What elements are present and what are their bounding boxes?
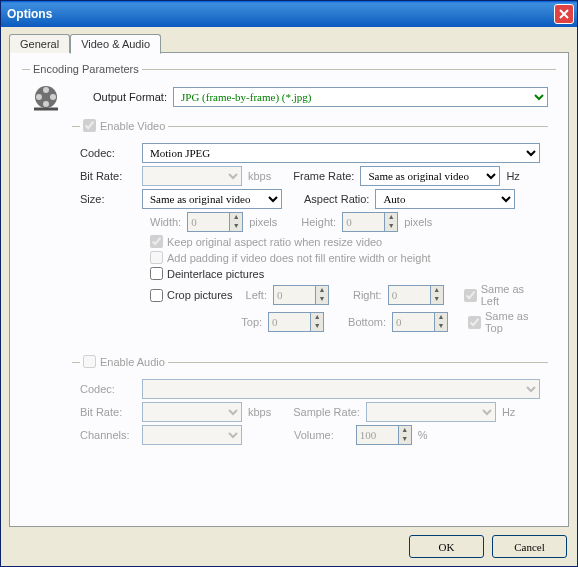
crop-bottom-spinner: ▲▼ [392,312,448,332]
add-padding-checkbox [150,251,163,264]
svg-point-1 [43,87,49,93]
tab-general[interactable]: General [9,34,70,53]
audio-legend: Enable Audio [80,355,168,370]
close-button[interactable] [554,4,574,24]
dialog-buttons: OK Cancel [9,527,569,558]
encoding-legend: Encoding Parameters [30,63,142,75]
audio-bitrate-label: Bit Rate: [80,406,136,418]
crop-left-spinner: ▲▼ [273,285,329,305]
enable-audio-checkbox [83,355,96,368]
height-spinner: ▲▼ [342,212,398,232]
client-area: General Video & Audio Encoding Parameter… [1,27,577,566]
window-title: Options [7,7,52,21]
size-select[interactable]: Same as original video [142,189,282,209]
aspect-select[interactable]: Auto [375,189,515,209]
bitrate-label: Bit Rate: [80,170,136,182]
cancel-button[interactable]: Cancel [492,535,567,558]
deinterlace-checkbox[interactable] [150,267,163,280]
samplerate-label: Sample Rate: [293,406,360,418]
tab-panel: Encoding Parameters [9,52,569,527]
crop-bottom-label: Bottom: [348,316,386,328]
video-fieldset: Enable Video Codec: Motion JPEG Bit R [72,119,548,347]
crop-right-spinner: ▲▼ [388,285,444,305]
video-codec-select[interactable]: Motion JPEG [142,143,540,163]
crop-right-label: Right: [353,289,382,301]
codec-label: Codec: [80,147,136,159]
audio-fieldset: Enable Audio Codec: Bit Rate: kbps [72,355,548,458]
titlebar: Options [1,1,577,27]
size-label: Size: [80,193,136,205]
framerate-select[interactable]: Same as original video [360,166,500,186]
width-label: Width: [150,216,181,228]
options-dialog: { "window": { "title": "Options" }, "tab… [0,0,578,567]
svg-point-4 [43,101,49,107]
volume-label: Volume: [294,429,334,441]
keep-aspect-checkbox [150,235,163,248]
samplerate-select [366,402,496,422]
crop-checkbox[interactable] [150,289,163,302]
same-top-checkbox [468,316,481,329]
crop-top-spinner: ▲▼ [268,312,324,332]
height-label: Height: [301,216,336,228]
encoding-fieldset: Encoding Parameters [22,63,556,472]
svg-point-2 [50,94,56,100]
tab-bar: General Video & Audio [9,34,569,53]
output-format-label: Output Format: [72,91,167,103]
crop-left-label: Left: [246,289,267,301]
same-left-checkbox [464,289,477,302]
width-spinner: ▲▼ [187,212,243,232]
audio-codec-label: Codec: [80,383,136,395]
aspect-label: Aspect Ratio: [304,193,369,205]
framerate-label: Frame Rate: [293,170,354,182]
video-legend: Enable Video [80,119,168,134]
crop-top-label: Top: [241,316,262,328]
film-icon [30,83,66,117]
audio-codec-select [142,379,540,399]
volume-spinner: ▲▼ [356,425,412,445]
channels-select [142,425,242,445]
enable-video-checkbox [83,119,96,132]
svg-point-3 [36,94,42,100]
output-format-select[interactable]: JPG (frame-by-frame) (*.jpg) [173,87,548,107]
video-bitrate-select [142,166,242,186]
ok-button[interactable]: OK [409,535,484,558]
tab-video-audio[interactable]: Video & Audio [70,34,161,54]
close-icon [559,9,569,19]
audio-bitrate-select [142,402,242,422]
channels-label: Channels: [80,429,136,441]
